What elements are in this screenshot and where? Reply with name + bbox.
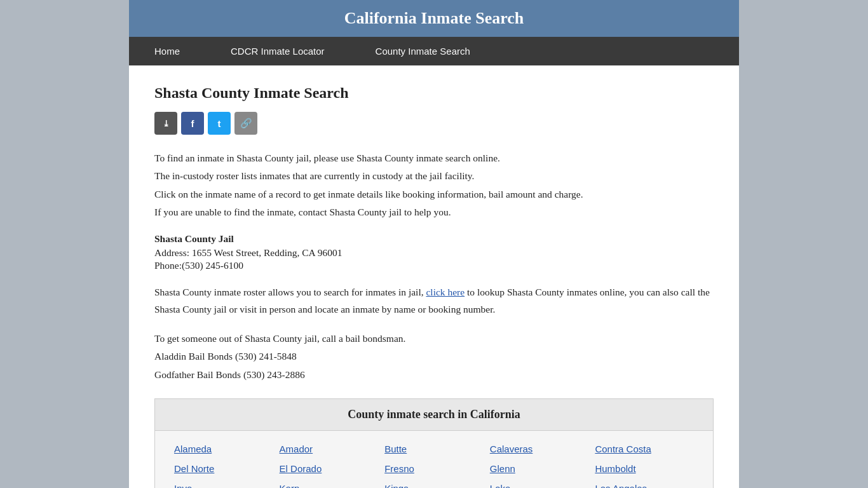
county-link[interactable]: Glenn: [490, 461, 589, 477]
intro-line-3: Click on the inmate name of a record to …: [154, 186, 714, 203]
county-section: County inmate search in California Alame…: [154, 398, 714, 488]
bail-bond-1: Aladdin Bail Bonds (530) 241-5848: [154, 348, 714, 365]
body-text-with-link: Shasta County inmate roster allows you t…: [154, 284, 714, 318]
county-link[interactable]: Humboldt: [595, 461, 694, 477]
intro-text: To find an inmate in Shasta County jail,…: [154, 150, 714, 220]
county-link[interactable]: Calaveras: [490, 441, 589, 457]
county-link[interactable]: Butte: [384, 441, 484, 457]
click-here-link[interactable]: click here: [426, 287, 465, 297]
county-link[interactable]: Kern: [280, 480, 379, 488]
intro-line-4: If you are unable to find the inmate, co…: [154, 204, 714, 220]
county-link[interactable]: Fresno: [384, 461, 484, 477]
nav-home[interactable]: Home: [129, 37, 205, 65]
jail-info: Shasta County Jail Address: 1655 West St…: [154, 233, 714, 271]
nav-county[interactable]: County Inmate Search: [350, 37, 496, 65]
county-section-title: County inmate search in California: [155, 399, 713, 431]
bail-intro: To get someone out of Shasta County jail…: [154, 330, 714, 347]
jail-phone: Phone:(530) 245-6100: [154, 260, 714, 271]
page-title: Shasta County Inmate Search: [154, 85, 714, 102]
nav-cdcr[interactable]: CDCR Inmate Locator: [205, 37, 350, 65]
county-link[interactable]: Amador: [280, 441, 379, 457]
facebook-icon: f: [191, 118, 194, 129]
county-link[interactable]: Los Angeles: [595, 480, 694, 488]
copy-icon: 🔗: [240, 118, 252, 129]
social-share-group: ⤓ f t 🔗: [154, 112, 714, 135]
body-text-before: Shasta County inmate roster allows you t…: [154, 287, 426, 297]
bail-bond-2: Godfather Bail Bonds (530) 243-2886: [154, 367, 714, 383]
county-link[interactable]: Alameda: [174, 441, 273, 457]
intro-line-2: The in-custody roster lists inmates that…: [154, 168, 714, 184]
county-link[interactable]: El Dorado: [280, 461, 379, 477]
copy-link-button[interactable]: 🔗: [234, 112, 257, 135]
site-header: California Inmate Search: [129, 0, 739, 37]
county-link[interactable]: Contra Costa: [595, 441, 694, 457]
county-grid: AlamedaAmadorButteCalaverasContra CostaD…: [155, 441, 713, 488]
twitter-button[interactable]: t: [208, 112, 231, 135]
facebook-button[interactable]: f: [181, 112, 204, 135]
jail-name: Shasta County Jail: [154, 233, 714, 245]
county-link[interactable]: Kings: [384, 480, 484, 488]
main-content: Shasta County Inmate Search ⤓ f t 🔗 To f…: [129, 65, 739, 488]
county-link[interactable]: Inyo: [174, 480, 273, 488]
county-link[interactable]: Del Norte: [174, 461, 273, 477]
share-icon: ⤓: [163, 119, 170, 128]
share-button[interactable]: ⤓: [154, 112, 177, 135]
main-nav: Home CDCR Inmate Locator County Inmate S…: [129, 37, 739, 65]
site-title: California Inmate Search: [142, 9, 726, 28]
twitter-icon: t: [218, 118, 221, 129]
intro-line-1: To find an inmate in Shasta County jail,…: [154, 150, 714, 166]
jail-address: Address: 1655 West Street, Redding, CA 9…: [154, 247, 714, 259]
bail-info: To get someone out of Shasta County jail…: [154, 330, 714, 383]
county-link[interactable]: Lake: [490, 480, 589, 488]
